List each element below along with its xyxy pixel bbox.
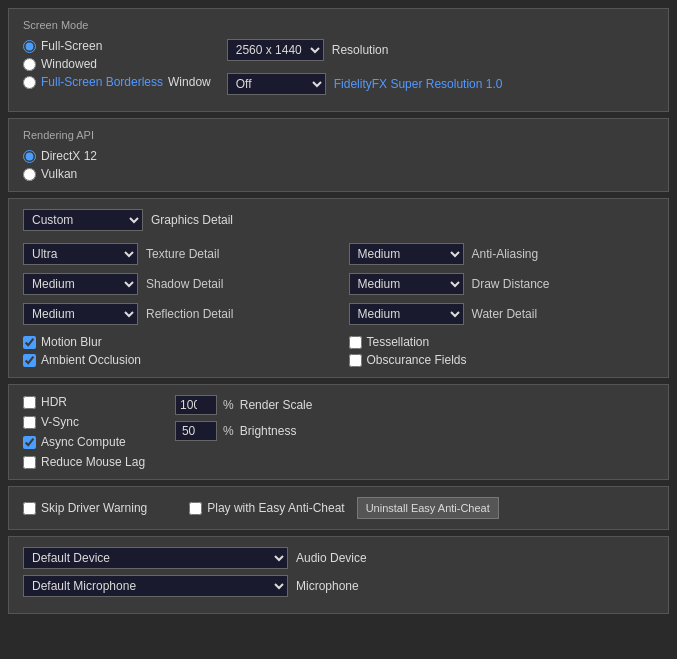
async-compute-checkbox[interactable] xyxy=(23,436,36,449)
screen-mode-radio-group: Full-Screen Windowed Full-Screen Borderl… xyxy=(23,39,211,89)
settings-panel: Screen Mode Full-Screen Windowed Full-Sc… xyxy=(0,0,677,628)
fsr-label: FidelityFX Super Resolution 1.0 xyxy=(334,77,503,91)
drawdistance-select[interactable]: Medium High Low xyxy=(349,273,464,295)
windowed-label: Windowed xyxy=(41,57,97,71)
uninstall-eac-button[interactable]: Uninstall Easy Anti-Cheat xyxy=(357,497,499,519)
reduce-mouse-lag-label: Reduce Mouse Lag xyxy=(41,455,145,469)
shadow-select[interactable]: Medium High Low Ultra xyxy=(23,273,138,295)
vsync-label: V-Sync xyxy=(41,415,79,429)
audio-device-select[interactable]: Default Device Headphones Speakers xyxy=(23,547,288,569)
borderless-radio[interactable] xyxy=(23,76,36,89)
fullscreen-radio[interactable] xyxy=(23,40,36,53)
audio-device-row: Default Device Headphones Speakers Audio… xyxy=(23,547,654,569)
vsync-checkbox[interactable] xyxy=(23,416,36,429)
antialiasing-label: Anti-Aliasing xyxy=(472,247,539,261)
fullscreen-option[interactable]: Full-Screen xyxy=(23,39,211,53)
rendering-api-section: Rendering API DirectX 12 Vulkan xyxy=(8,118,669,192)
render-scale-input[interactable] xyxy=(175,395,217,415)
fsr-row: Off Quality Balanced Performance Fidelit… xyxy=(227,73,654,95)
shadow-label: Shadow Detail xyxy=(146,277,223,291)
render-values: % Render Scale % Brightness xyxy=(175,395,654,469)
resolution-label: Resolution xyxy=(332,43,389,57)
resolution-row: 2560 x 1440 1920 x 1080 1280 x 720 Resol… xyxy=(227,39,654,61)
vulkan-option[interactable]: Vulkan xyxy=(23,167,654,181)
borderless-option[interactable]: Full-Screen Borderless Window xyxy=(23,75,211,89)
rendering-api-radio-group: DirectX 12 Vulkan xyxy=(23,149,654,181)
tessellation-item[interactable]: Tessellation xyxy=(349,335,655,349)
audio-section: Default Device Headphones Speakers Audio… xyxy=(8,536,669,614)
brightness-row: % Brightness xyxy=(175,421,654,441)
anticheat-section: Skip Driver Warning Play with Easy Anti-… xyxy=(8,486,669,530)
vsync-item[interactable]: V-Sync xyxy=(23,415,145,429)
hdr-label: HDR xyxy=(41,395,67,409)
vulkan-radio[interactable] xyxy=(23,168,36,181)
reflection-label: Reflection Detail xyxy=(146,307,233,321)
texture-select[interactable]: Ultra High Medium Low xyxy=(23,243,138,265)
render-scale-unit: % xyxy=(223,398,234,412)
directx12-radio[interactable] xyxy=(23,150,36,163)
anticheat-checkboxes: Skip Driver Warning xyxy=(23,501,147,515)
graphics-section: Custom Low Medium High Ultra Graphics De… xyxy=(8,198,669,378)
rendering-api-title: Rendering API xyxy=(23,129,654,141)
obscurance-fields-checkbox[interactable] xyxy=(349,354,362,367)
graphics-detail-select[interactable]: Custom Low Medium High Ultra xyxy=(23,209,143,231)
hdr-checkbox[interactable] xyxy=(23,396,36,409)
render-content: HDR V-Sync Async Compute Reduce Mouse La… xyxy=(23,395,654,469)
microphone-label: Microphone xyxy=(296,579,359,593)
async-compute-item[interactable]: Async Compute xyxy=(23,435,145,449)
shadow-row: Medium High Low Ultra Shadow Detail xyxy=(23,273,329,295)
texture-label: Texture Detail xyxy=(146,247,219,261)
reduce-mouse-lag-item[interactable]: Reduce Mouse Lag xyxy=(23,455,145,469)
graphics-dropdowns-grid: Ultra High Medium Low Texture Detail Med… xyxy=(23,243,654,325)
render-checkboxes: HDR V-Sync Async Compute Reduce Mouse La… xyxy=(23,395,145,469)
water-label: Water Detail xyxy=(472,307,538,321)
graphics-header: Custom Low Medium High Ultra Graphics De… xyxy=(23,209,654,231)
reflection-select[interactable]: Medium High Low xyxy=(23,303,138,325)
screen-mode-title: Screen Mode xyxy=(23,19,654,31)
render-section: HDR V-Sync Async Compute Reduce Mouse La… xyxy=(8,384,669,480)
directx12-option[interactable]: DirectX 12 xyxy=(23,149,654,163)
drawdistance-label: Draw Distance xyxy=(472,277,550,291)
graphics-checkboxes: Motion Blur Tessellation Ambient Occlusi… xyxy=(23,335,654,367)
antialiasing-row: Medium High Low Off Anti-Aliasing xyxy=(349,243,655,265)
resolution-select[interactable]: 2560 x 1440 1920 x 1080 1280 x 720 xyxy=(227,39,324,61)
hdr-item[interactable]: HDR xyxy=(23,395,145,409)
drawdistance-row: Medium High Low Draw Distance xyxy=(349,273,655,295)
borderless-label2: Window xyxy=(168,75,211,89)
play-with-eac-checkbox[interactable] xyxy=(189,502,202,515)
skip-driver-warning-item[interactable]: Skip Driver Warning xyxy=(23,501,147,515)
ambient-occlusion-checkbox[interactable] xyxy=(23,354,36,367)
microphone-select[interactable]: Default Microphone None xyxy=(23,575,288,597)
antialiasing-select[interactable]: Medium High Low Off xyxy=(349,243,464,265)
motion-blur-checkbox[interactable] xyxy=(23,336,36,349)
fsr-select[interactable]: Off Quality Balanced Performance xyxy=(227,73,326,95)
fullscreen-label: Full-Screen xyxy=(41,39,102,53)
water-select[interactable]: Medium High Low xyxy=(349,303,464,325)
audio-device-label: Audio Device xyxy=(296,551,367,565)
ambient-occlusion-item[interactable]: Ambient Occlusion xyxy=(23,353,329,367)
microphone-row: Default Microphone None Microphone xyxy=(23,575,654,597)
borderless-label1: Full-Screen Borderless xyxy=(41,75,163,89)
anticheat-content: Skip Driver Warning Play with Easy Anti-… xyxy=(23,497,654,519)
obscurance-fields-item[interactable]: Obscurance Fields xyxy=(349,353,655,367)
brightness-input[interactable] xyxy=(175,421,217,441)
windowed-option[interactable]: Windowed xyxy=(23,57,211,71)
async-compute-label: Async Compute xyxy=(41,435,126,449)
render-scale-row: % Render Scale xyxy=(175,395,654,415)
motion-blur-item[interactable]: Motion Blur xyxy=(23,335,329,349)
ambient-occlusion-label: Ambient Occlusion xyxy=(41,353,141,367)
obscurance-fields-label: Obscurance Fields xyxy=(367,353,467,367)
vulkan-label: Vulkan xyxy=(41,167,77,181)
directx12-label: DirectX 12 xyxy=(41,149,97,163)
skip-driver-warning-checkbox[interactable] xyxy=(23,502,36,515)
play-with-eac-item[interactable]: Play with Easy Anti-Cheat xyxy=(189,501,344,515)
tessellation-label: Tessellation xyxy=(367,335,430,349)
tessellation-checkbox[interactable] xyxy=(349,336,362,349)
windowed-radio[interactable] xyxy=(23,58,36,71)
graphics-detail-label: Graphics Detail xyxy=(151,213,233,227)
reduce-mouse-lag-checkbox[interactable] xyxy=(23,456,36,469)
skip-driver-warning-label: Skip Driver Warning xyxy=(41,501,147,515)
screen-mode-section: Screen Mode Full-Screen Windowed Full-Sc… xyxy=(8,8,669,112)
reflection-row: Medium High Low Reflection Detail xyxy=(23,303,329,325)
brightness-label: Brightness xyxy=(240,424,297,438)
